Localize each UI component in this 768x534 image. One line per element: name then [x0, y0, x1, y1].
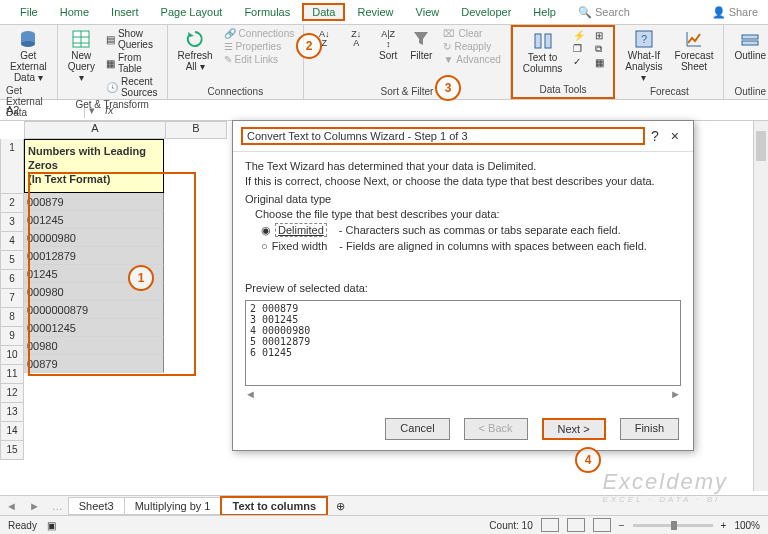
tab-review[interactable]: Review: [347, 3, 403, 21]
view-page-break-button[interactable]: [593, 518, 611, 532]
sheet-tab-text-to-columns[interactable]: Text to columns: [220, 496, 328, 516]
whatif-button[interactable]: ?What-If Analysis ▾: [621, 27, 666, 85]
refresh-all-button[interactable]: Refresh All ▾: [174, 27, 217, 74]
macro-record-icon[interactable]: ▣: [47, 520, 56, 531]
row-2[interactable]: 2: [0, 194, 24, 213]
row-6[interactable]: 6: [0, 270, 24, 289]
cell-a11[interactable]: 00879: [24, 355, 164, 373]
cell-a10[interactable]: 00980: [24, 337, 164, 355]
list-icon: ▤: [106, 34, 115, 45]
forecast-sheet-button[interactable]: Forecast Sheet: [671, 27, 718, 74]
view-normal-button[interactable]: [541, 518, 559, 532]
group-get-external: Get External Data ▾ Get External Data: [0, 25, 58, 99]
sort-icon: A|Z↕: [378, 29, 398, 49]
svg-rect-9: [742, 41, 758, 45]
finish-button[interactable]: Finish: [620, 418, 679, 440]
consolidate-button[interactable]: ⊞: [592, 29, 607, 42]
row-14[interactable]: 14: [0, 422, 24, 441]
row-5[interactable]: 5: [0, 251, 24, 270]
cell-a9[interactable]: 00001245: [24, 319, 164, 337]
tab-home[interactable]: Home: [50, 3, 99, 21]
cell-a4[interactable]: 00000980: [24, 229, 164, 247]
sort-za-button[interactable]: Z↓A: [342, 27, 370, 51]
share-button[interactable]: 👤 Share: [712, 6, 758, 19]
row-10[interactable]: 10: [0, 346, 24, 365]
tab-developer[interactable]: Developer: [451, 3, 521, 21]
za-icon: Z↓A: [346, 29, 366, 49]
scroll-right-icon[interactable]: ►: [670, 388, 681, 400]
back-button[interactable]: < Back: [464, 418, 528, 440]
row-11[interactable]: 11: [0, 365, 24, 384]
get-external-data-button[interactable]: Get External Data ▾: [6, 27, 51, 85]
vertical-scrollbar[interactable]: [753, 121, 768, 491]
tab-page-layout[interactable]: Page Layout: [151, 3, 233, 21]
tab-insert[interactable]: Insert: [101, 3, 149, 21]
row-12[interactable]: 12: [0, 384, 24, 403]
dialog-desc-2: If this is correct, choose Next, or choo…: [245, 175, 681, 187]
chart-icon: [684, 29, 704, 49]
radio-fixed-width[interactable]: ○ Fixed width - Fields are aligned in co…: [261, 240, 681, 252]
advanced-button[interactable]: ▼Advanced: [440, 53, 503, 66]
tab-help[interactable]: Help: [523, 3, 566, 21]
row-8[interactable]: 8: [0, 308, 24, 327]
from-table-button[interactable]: ▦From Table: [103, 51, 161, 75]
sheet-tab-sheet3[interactable]: Sheet3: [68, 497, 125, 515]
flash-fill-button[interactable]: ⚡: [570, 29, 588, 42]
zoom-slider[interactable]: [633, 524, 713, 527]
connections-button[interactable]: 🔗Connections: [221, 27, 298, 40]
text-to-columns-button[interactable]: Text to Columns: [519, 29, 566, 76]
zoom-level[interactable]: 100%: [734, 520, 760, 531]
row-9[interactable]: 9: [0, 327, 24, 346]
scroll-left-icon[interactable]: ◄: [245, 388, 256, 400]
sort-button[interactable]: A|Z↕Sort: [374, 27, 402, 63]
outline-button[interactable]: Outline: [730, 27, 768, 63]
badge-3: 3: [435, 75, 461, 101]
filter-button[interactable]: Filter: [406, 27, 436, 63]
header-cell-a1[interactable]: Numbers with LeadingZeros(In Text Format…: [24, 139, 164, 193]
row-15[interactable]: 15: [0, 441, 24, 460]
radio-delimited[interactable]: ◉ Delimited - Characters such as commas …: [261, 223, 681, 237]
row-4[interactable]: 4: [0, 232, 24, 251]
cell-a2[interactable]: 000879: [24, 193, 164, 211]
edit-links-button[interactable]: ✎Edit Links: [221, 53, 298, 66]
dialog-help-button[interactable]: ?: [645, 128, 665, 144]
refresh-icon: [185, 29, 205, 49]
show-queries-button[interactable]: ▤Show Queries: [103, 27, 161, 51]
dialog-close-button[interactable]: ×: [665, 128, 685, 144]
tab-nav-next[interactable]: ►: [23, 500, 46, 512]
add-sheet-button[interactable]: ⊕: [328, 500, 353, 513]
next-button[interactable]: Next >: [542, 418, 606, 440]
tab-nav-prev[interactable]: ◄: [0, 500, 23, 512]
row-13[interactable]: 13: [0, 403, 24, 422]
new-query-button[interactable]: New Query ▾: [64, 27, 99, 85]
remove-dup-button[interactable]: ❐: [570, 42, 588, 55]
view-page-layout-button[interactable]: [567, 518, 585, 532]
clear-button[interactable]: ⌧Clear: [440, 27, 503, 40]
properties-button[interactable]: ☰Properties: [221, 40, 298, 53]
col-b[interactable]: B: [166, 121, 227, 139]
funnel-icon: [411, 29, 431, 49]
row-3[interactable]: 3: [0, 213, 24, 232]
relationships-button[interactable]: ⧉: [592, 42, 607, 56]
manage-model-button[interactable]: ▦: [592, 56, 607, 69]
cell-a8[interactable]: 0000000879: [24, 301, 164, 319]
zoom-in-button[interactable]: +: [721, 520, 727, 531]
cancel-button[interactable]: Cancel: [385, 418, 449, 440]
tab-file[interactable]: File: [10, 3, 48, 21]
sheet-tab-multiplying[interactable]: Multiplying by 1: [124, 497, 222, 515]
search-box[interactable]: 🔍 Search: [578, 6, 630, 19]
model-icon: ▦: [595, 57, 604, 68]
row-7[interactable]: 7: [0, 289, 24, 308]
group-connections: Refresh All ▾ 🔗Connections ☰Properties ✎…: [168, 25, 305, 99]
tab-data[interactable]: Data: [302, 3, 345, 21]
tab-formulas[interactable]: Formulas: [234, 3, 300, 21]
recent-sources-button[interactable]: 🕓Recent Sources: [103, 75, 161, 99]
cell-a5[interactable]: 00012879: [24, 247, 164, 265]
cell-a3[interactable]: 001245: [24, 211, 164, 229]
zoom-out-button[interactable]: −: [619, 520, 625, 531]
row-1[interactable]: 1: [0, 139, 24, 194]
tab-view[interactable]: View: [406, 3, 450, 21]
col-a[interactable]: A: [24, 121, 166, 139]
data-val-button[interactable]: ✓: [570, 55, 588, 68]
reapply-button[interactable]: ↻Reapply: [440, 40, 503, 53]
